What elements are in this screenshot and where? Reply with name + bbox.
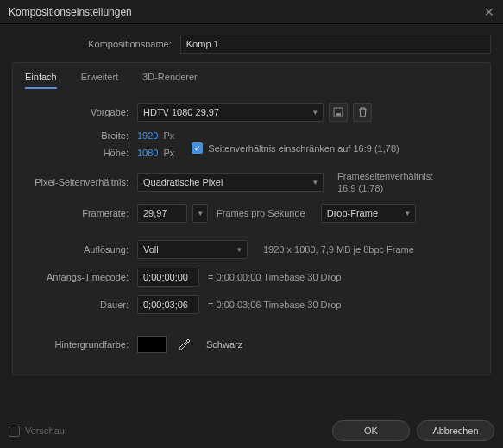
bgcolor-label: Hintergrundfarbe: (25, 339, 137, 350)
width-unit: Px (163, 130, 174, 141)
eyedropper-icon[interactable] (175, 335, 194, 354)
save-preset-button[interactable] (329, 103, 348, 122)
start-tc-input[interactable] (137, 268, 199, 287)
preview-label: Vorschau (25, 426, 65, 436)
duration-info: = 0;00;03;06 Timebase 30 Drop (208, 300, 341, 310)
tab-advanced[interactable]: Erweitert (81, 72, 118, 89)
chevron-down-icon: ▾ (406, 209, 410, 218)
chevron-down-icon: ▾ (313, 178, 318, 186)
dropframe-value: Drop-Frame (327, 208, 378, 218)
preset-select[interactable]: HDTV 1080 29,97 ▾ (137, 103, 324, 122)
dropframe-select[interactable]: Drop-Frame ▾ (321, 204, 416, 223)
bgcolor-swatch[interactable] (137, 336, 167, 353)
framerate-dropdown[interactable]: ▾ (192, 204, 208, 223)
ok-button[interactable]: OK (332, 420, 410, 441)
height-value[interactable]: 1080 (137, 148, 158, 158)
par-value: Quadratische Pixel (143, 177, 223, 187)
chevron-down-icon: ▾ (237, 245, 242, 254)
tab-basic[interactable]: Einfach (25, 72, 57, 89)
comp-name-input[interactable] (180, 35, 491, 54)
start-tc-label: Anfangs-Timecode: (25, 272, 137, 282)
delete-preset-button[interactable] (353, 103, 372, 122)
preview-checkbox[interactable] (9, 426, 20, 437)
resolution-label: Auflösung: (25, 244, 137, 255)
duration-input[interactable] (137, 295, 199, 314)
width-value[interactable]: 1920 (137, 130, 158, 141)
lock-aspect-checkbox[interactable]: ✓ (192, 142, 203, 154)
chevron-down-icon: ▾ (198, 209, 203, 218)
preset-value: HDTV 1080 29,97 (143, 107, 219, 117)
framerate-label: Framerate: (25, 208, 137, 218)
close-icon[interactable]: ✕ (484, 5, 494, 19)
comp-name-label: Kompositionsname: (12, 39, 180, 49)
width-label: Breite: (25, 130, 137, 141)
lock-aspect-label: Seitenverhältnis einschränken auf 16:9 (… (208, 143, 399, 154)
titlebar: Kompositionseinstellungen ✕ (0, 0, 503, 24)
preset-label: Vorgabe: (25, 107, 137, 117)
lock-aspect-row[interactable]: ✓ Seitenverhältnis einschränken auf 16:9… (192, 142, 399, 154)
chevron-down-icon: ▾ (313, 108, 318, 117)
height-unit: Px (163, 148, 174, 158)
frame-aspect-info: Frameseitenverhältnis: 16:9 (1,78) (337, 170, 433, 195)
par-label: Pixel-Seitenverhältnis: (25, 177, 137, 187)
duration-label: Dauer: (25, 300, 137, 310)
framerate-input[interactable] (137, 204, 187, 223)
tab-3d-renderer[interactable]: 3D-Renderer (142, 72, 198, 89)
preview-toggle[interactable]: Vorschau (9, 426, 65, 437)
resolution-info: 1920 x 1080, 7,9 MB je 8bpc Frame (263, 244, 414, 255)
fps-label: Frames pro Sekunde (217, 208, 305, 218)
resolution-value: Voll (143, 244, 159, 255)
start-tc-info: = 0;00;00;00 Timebase 30 Drop (208, 272, 341, 282)
height-label: Höhe: (25, 148, 137, 158)
par-select[interactable]: Quadratische Pixel ▾ (137, 173, 324, 192)
resolution-select[interactable]: Voll ▾ (137, 240, 248, 259)
bgcolor-name: Schwarz (206, 339, 242, 350)
window-title: Kompositionseinstellungen (9, 6, 132, 18)
settings-panel: Einfach Erweitert 3D-Renderer Vorgabe: H… (12, 62, 491, 375)
svg-rect-1 (336, 113, 341, 116)
cancel-button[interactable]: Abbrechen (417, 420, 494, 441)
